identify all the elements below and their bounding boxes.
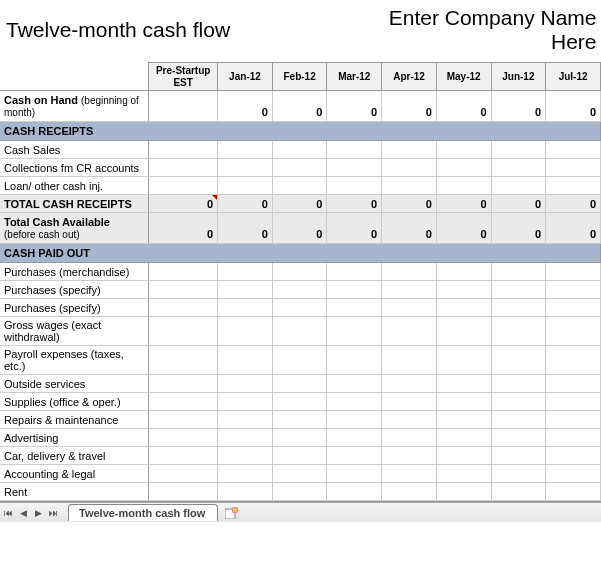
cell[interactable] bbox=[272, 346, 327, 375]
cell[interactable] bbox=[218, 483, 273, 501]
cell[interactable] bbox=[546, 317, 601, 346]
cell[interactable] bbox=[149, 346, 218, 375]
cell[interactable] bbox=[382, 393, 437, 411]
cell[interactable] bbox=[272, 483, 327, 501]
cell[interactable] bbox=[491, 141, 546, 159]
cell[interactable] bbox=[436, 263, 491, 281]
cell[interactable]: 0 bbox=[218, 91, 273, 122]
cell[interactable]: 0 bbox=[546, 213, 601, 244]
cell[interactable]: 0 bbox=[382, 213, 437, 244]
label[interactable]: Purchases (merchandise) bbox=[0, 263, 149, 281]
cell[interactable] bbox=[436, 429, 491, 447]
cell[interactable] bbox=[491, 393, 546, 411]
cell[interactable] bbox=[546, 346, 601, 375]
cell[interactable] bbox=[436, 317, 491, 346]
cell[interactable] bbox=[382, 447, 437, 465]
cell[interactable] bbox=[382, 375, 437, 393]
nav-prev-icon[interactable]: ◀ bbox=[17, 506, 30, 520]
cell[interactable] bbox=[272, 263, 327, 281]
label[interactable]: Payroll expenses (taxes, etc.) bbox=[0, 346, 149, 375]
cell[interactable] bbox=[436, 177, 491, 195]
cell[interactable] bbox=[327, 375, 382, 393]
cell[interactable] bbox=[436, 375, 491, 393]
nav-last-icon[interactable]: ⏭ bbox=[47, 506, 60, 520]
cell[interactable] bbox=[272, 141, 327, 159]
cell[interactable] bbox=[491, 299, 546, 317]
cell[interactable] bbox=[436, 141, 491, 159]
cell[interactable] bbox=[491, 346, 546, 375]
cell[interactable] bbox=[491, 465, 546, 483]
cell[interactable] bbox=[436, 393, 491, 411]
cell[interactable] bbox=[218, 411, 273, 429]
label[interactable]: Purchases (specify) bbox=[0, 299, 149, 317]
cell[interactable] bbox=[491, 177, 546, 195]
cell[interactable]: 0 bbox=[327, 195, 382, 213]
cell[interactable] bbox=[149, 411, 218, 429]
cell[interactable] bbox=[491, 263, 546, 281]
cell[interactable] bbox=[149, 465, 218, 483]
cell[interactable] bbox=[149, 317, 218, 346]
cell[interactable] bbox=[218, 299, 273, 317]
sheet-tab-active[interactable]: Twelve-month cash flow bbox=[68, 504, 218, 521]
label[interactable]: Car, delivery & travel bbox=[0, 447, 149, 465]
cell[interactable] bbox=[272, 411, 327, 429]
cell[interactable] bbox=[382, 177, 437, 195]
cell[interactable] bbox=[149, 299, 218, 317]
cell[interactable] bbox=[218, 141, 273, 159]
cell[interactable] bbox=[546, 177, 601, 195]
cell[interactable] bbox=[149, 429, 218, 447]
cell[interactable]: 0 bbox=[491, 195, 546, 213]
cell[interactable] bbox=[327, 263, 382, 281]
cell[interactable] bbox=[382, 429, 437, 447]
cell[interactable]: 0 bbox=[149, 195, 218, 213]
header-jun[interactable]: Jun-12 bbox=[491, 63, 546, 91]
cell[interactable] bbox=[546, 465, 601, 483]
header-mar[interactable]: Mar-12 bbox=[327, 63, 382, 91]
cell[interactable] bbox=[491, 411, 546, 429]
cell[interactable]: 0 bbox=[491, 91, 546, 122]
cell[interactable] bbox=[149, 141, 218, 159]
cell[interactable] bbox=[382, 299, 437, 317]
cell[interactable] bbox=[546, 483, 601, 501]
cell[interactable]: 0 bbox=[272, 213, 327, 244]
cell[interactable] bbox=[546, 141, 601, 159]
cell[interactable] bbox=[327, 317, 382, 346]
cell[interactable]: 0 bbox=[436, 213, 491, 244]
label-loan[interactable]: Loan/ other cash inj. bbox=[0, 177, 149, 195]
label-cash-on-hand[interactable]: Cash on Hand (beginning of month) bbox=[0, 91, 149, 122]
label-cash-sales[interactable]: Cash Sales bbox=[0, 141, 149, 159]
cell[interactable] bbox=[218, 263, 273, 281]
cell[interactable] bbox=[436, 346, 491, 375]
header-prestartup[interactable]: Pre-Startup EST bbox=[149, 63, 218, 91]
header-may[interactable]: May-12 bbox=[436, 63, 491, 91]
label[interactable]: Repairs & maintenance bbox=[0, 411, 149, 429]
cell[interactable] bbox=[272, 317, 327, 346]
label-total-receipts[interactable]: TOTAL CASH RECEIPTS bbox=[0, 195, 149, 213]
header-feb[interactable]: Feb-12 bbox=[272, 63, 327, 91]
cell[interactable]: 0 bbox=[218, 195, 273, 213]
cell[interactable] bbox=[218, 281, 273, 299]
cell[interactable] bbox=[436, 465, 491, 483]
cell[interactable] bbox=[149, 281, 218, 299]
cell[interactable] bbox=[546, 447, 601, 465]
cell[interactable] bbox=[436, 281, 491, 299]
cell[interactable]: 0 bbox=[436, 195, 491, 213]
cell[interactable]: 0 bbox=[272, 91, 327, 122]
cell[interactable] bbox=[491, 429, 546, 447]
cell[interactable] bbox=[491, 317, 546, 346]
cell[interactable] bbox=[491, 159, 546, 177]
cell[interactable] bbox=[436, 447, 491, 465]
cell[interactable] bbox=[327, 447, 382, 465]
cell[interactable] bbox=[491, 281, 546, 299]
label-total-available[interactable]: Total Cash Available (before cash out) bbox=[0, 213, 149, 244]
cell[interactable] bbox=[272, 159, 327, 177]
new-sheet-icon[interactable] bbox=[224, 506, 240, 520]
cell[interactable] bbox=[327, 141, 382, 159]
cell[interactable] bbox=[149, 483, 218, 501]
cell[interactable]: 0 bbox=[327, 91, 382, 122]
cell[interactable] bbox=[272, 299, 327, 317]
label[interactable]: Supplies (office & oper.) bbox=[0, 393, 149, 411]
cell[interactable] bbox=[272, 177, 327, 195]
cell[interactable] bbox=[149, 393, 218, 411]
cell[interactable] bbox=[382, 411, 437, 429]
